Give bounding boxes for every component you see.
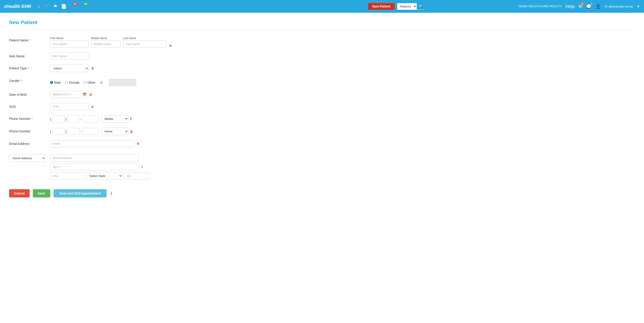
phone-2-dash: - [80,129,82,134]
cart-icon[interactable]: 🛒 [44,4,50,9]
header-center: New Patient Patient's 🔍 [278,3,515,10]
chat-badge: 0 [590,2,594,5]
gender-row: Gender * Male Female Other [9,77,214,86]
phone-2-line-input[interactable] [82,128,98,135]
ssn-input[interactable] [50,103,89,110]
patient-name-label: Patient Name * [9,37,46,42]
phone-1-area-input[interactable] [52,115,64,122]
dob-row: Date of Birth 📅 d [9,91,214,98]
save-button[interactable]: Save [33,189,50,197]
annotation-i: i [142,165,142,169]
ssn-row: SSN e [9,103,214,110]
apt-input[interactable] [50,163,139,170]
phone-2-area-input[interactable] [52,128,64,135]
cancel-button[interactable]: Cancel [9,189,30,197]
email-row: Email Address h [9,140,214,147]
patient-type-select[interactable]: Select New Patient Existing Patient Recu… [50,65,89,72]
gender-other-input[interactable] [109,79,136,86]
user-name[interactable]: Dr abhinandan kumar [604,5,633,8]
email-input[interactable] [50,140,134,147]
search-button[interactable]: 🔍 [417,3,425,9]
gender-male-option[interactable]: Male [50,81,61,84]
phone-1-required: * [30,117,32,121]
middle-name-input[interactable] [91,40,121,47]
phone-2-group: ( ) - Home Mobile Work Other g [50,128,214,135]
header-right: DEMO HEALTHCARE FACILITY Help ✉ 1 💬 0 👤 … [519,4,640,9]
gender-other-radio[interactable] [84,81,86,84]
phone-2-open-paren: ( [50,129,51,134]
badge-160[interactable]: 160 000 [79,4,86,9]
annotation-e: e [92,105,94,109]
gender-female-label: Female [69,81,80,84]
phone-2-type-select[interactable]: Home Mobile Work Other [101,128,128,135]
patient-type-label: Patient Type * [9,65,46,70]
address-type-select[interactable]: Home Address Work Address Other [9,154,46,162]
new-patient-button[interactable]: New Patient [368,3,395,10]
nick-name-controls [50,52,214,60]
page-title: New Patient [9,19,635,25]
patient-type-controls: Select New Patient Existing Patient Recu… [50,65,214,72]
search-box: Patient's 🔍 [397,3,425,10]
user-dropdown-icon[interactable]: ▼ [637,4,640,8]
phone-2-close-paren: ) [65,129,66,134]
first-name-input[interactable] [50,40,89,47]
middle-name-sublabel: Middle Name [91,37,121,40]
home-icon[interactable]: ⌂ [38,4,40,9]
patient-type-required: * [27,66,29,70]
document-icon[interactable]: 📄 [61,4,67,9]
phone-2-prefix-input[interactable] [67,128,80,135]
phone-2-label: Phone Number [9,128,46,133]
address-row: Home Address Work Address Other i Select… [9,154,214,180]
calendar-icon[interactable]: 📅 [82,93,87,97]
page-divider [9,29,635,30]
phone-2-row: Phone Number ( ) - Home Mobile Work Othe… [9,128,214,135]
patient-name-row: Patient Name * First Name Middle Name La… [9,37,214,47]
annotation-d: d [90,93,92,97]
annotation-f: f [130,117,132,121]
email-label: Email Address [9,140,46,146]
dob-wrapper: 📅 [50,91,87,98]
user-icon[interactable]: 👤 [595,4,601,9]
phone-1-type-select[interactable]: Mobile Home Work Other [101,115,128,123]
help-link[interactable]: Help [566,4,575,9]
save-add-appointment-button[interactable]: Save and Add Appointment [54,189,107,197]
state-select[interactable]: Select State AlabamaAlaskaArizona Arkans… [86,172,122,180]
phone-1-label: Phone Number * [9,115,46,121]
address-fields: i Select State AlabamaAlaskaArizona Arka… [50,154,150,180]
gender-female-option[interactable]: Female [65,81,80,84]
phone-1-controls: ( ) - Mobile Home Work Other f [50,115,214,123]
gender-female-radio[interactable] [65,81,68,84]
phone-1-prefix-input[interactable] [67,115,80,122]
annotation-c: c [100,80,102,85]
annotation-j: j [111,191,112,195]
notification-icon[interactable]: ✉ 1 [578,4,582,9]
patient-name-required: * [28,38,30,42]
annotation-a: a [170,43,172,47]
street-input[interactable] [50,154,139,161]
gender-options: Male Female Other c [50,77,214,86]
app-header: zHealth EHR ⌂ 🛒 ⚑ 📄 84 00 160 000 New Pa… [0,0,644,13]
gender-male-radio[interactable] [50,81,53,84]
ssn-label: SSN [9,103,46,108]
email-controls: h [50,140,214,147]
first-name-col: First Name [50,37,89,47]
dob-controls: 📅 d [50,91,214,98]
flag-icon[interactable]: ⚑ [53,4,58,9]
search-type-select[interactable]: Patient's [397,3,417,10]
middle-name-col: Middle Name [91,37,121,47]
gender-other-option[interactable]: Other [84,81,96,84]
ssn-controls: e [50,103,214,110]
phone-1-line-input[interactable] [82,115,98,122]
phone-1-group: ( ) - Mobile Home Work Other f [50,115,214,123]
nick-name-label: Nick Name [9,52,46,58]
zip-input[interactable] [124,172,150,179]
chat-icon[interactable]: 💬 0 [586,4,592,9]
new-patient-form: Patient Name * First Name Middle Name La… [9,37,214,197]
city-input[interactable] [50,172,84,179]
annotation-h: h [137,142,139,146]
phone-2-controls: ( ) - Home Mobile Work Other g [50,128,214,135]
gender-male-label: Male [54,81,61,84]
last-name-input[interactable] [123,40,166,47]
nick-name-input[interactable] [50,52,89,60]
badge-84[interactable]: 84 00 [70,4,76,9]
